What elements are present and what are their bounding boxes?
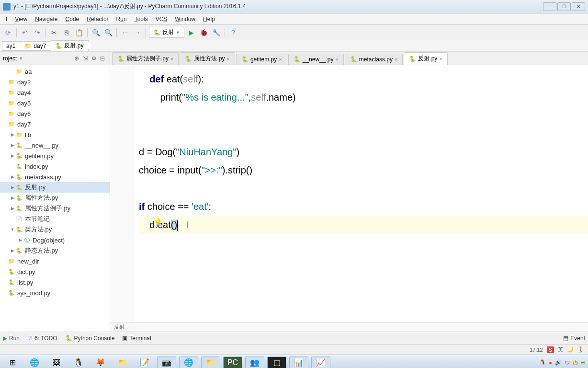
menu-window[interactable]: Window: [171, 15, 199, 23]
folder-icon[interactable]: 📁: [113, 356, 132, 368]
close-icon[interactable]: ×: [170, 56, 173, 62]
tree-item[interactable]: 📁day5: [0, 98, 110, 108]
project-tree[interactable]: 📁aa📁day2📁day4📁day5📁day6📁day7▶📁lib▶🐍__new…: [0, 65, 110, 299]
menu-navigate[interactable]: Navigate: [31, 15, 61, 23]
tool-terminal[interactable]: ▣Terminal: [122, 335, 151, 342]
ime-icon[interactable]: S: [547, 346, 554, 353]
tree-item[interactable]: 📁aa: [0, 66, 110, 77]
firefox-icon[interactable]: 🦊: [91, 356, 110, 368]
explorer-icon[interactable]: 📁: [201, 356, 220, 368]
back-icon[interactable]: ←: [120, 27, 130, 38]
tool-run[interactable]: ▶Run: [3, 335, 20, 342]
menu-view[interactable]: View: [11, 15, 31, 23]
power-icon[interactable]: ⏻: [573, 360, 578, 366]
volume-icon[interactable]: 🔊: [555, 359, 562, 366]
tree-item[interactable]: 📁day2: [0, 77, 110, 87]
tree-item[interactable]: ▼🐍类方法.py: [0, 224, 110, 235]
app2-icon[interactable]: 📊: [289, 356, 308, 368]
menu-vcs[interactable]: VCS: [152, 15, 171, 23]
menu-tools[interactable]: Tools: [131, 15, 152, 23]
pycharm-icon[interactable]: PC: [223, 356, 242, 368]
editor-tab[interactable]: 🐍__new__.py×: [288, 54, 344, 65]
editor-tab[interactable]: 🐍metaclass.py×: [345, 54, 403, 65]
qq-icon[interactable]: 🐧: [69, 356, 88, 368]
copy-icon[interactable]: ⎘: [61, 27, 72, 38]
menu-help[interactable]: Help: [199, 15, 219, 23]
ie-icon[interactable]: 🌐: [25, 356, 44, 368]
tree-item[interactable]: ▶🐍静态方法.py: [0, 245, 110, 256]
tree-item[interactable]: ▶🐍反射.py: [0, 182, 110, 193]
collapse-icon[interactable]: ⇲: [81, 54, 90, 63]
menu-run[interactable]: Run: [113, 15, 131, 23]
tree-item[interactable]: 📄本节笔记: [0, 214, 110, 224]
code-editor[interactable]: def eat(self): print("%s is eating...",s…: [110, 65, 588, 322]
shield-icon[interactable]: 🛡: [565, 360, 570, 366]
redo-icon[interactable]: ↷: [32, 27, 43, 38]
cmd-icon[interactable]: ▢: [267, 356, 286, 368]
intention-bulb-icon[interactable]: 💡: [153, 216, 163, 230]
debug-icon[interactable]: 🐞: [199, 27, 209, 38]
gallery-icon[interactable]: 🖼: [47, 356, 66, 368]
start-icon[interactable]: ⊞: [3, 356, 22, 368]
sticky-icon[interactable]: 📝: [135, 356, 154, 368]
chevron-down-icon[interactable]: ▼: [19, 56, 23, 61]
run-icon[interactable]: ▶: [186, 27, 197, 38]
tree-item[interactable]: ▶🐍属性方法.py: [0, 193, 110, 203]
settings-icon[interactable]: 🔧: [211, 27, 222, 38]
close-icon[interactable]: ×: [335, 57, 338, 62]
tree-item[interactable]: 🐍sys_mod.py: [0, 288, 110, 298]
forward-icon[interactable]: →: [132, 27, 143, 38]
run-config-select[interactable]: 🐍 反射 ▼: [149, 27, 184, 38]
tree-item[interactable]: 🐍dict.py: [0, 266, 110, 277]
add-icon[interactable]: ⊕: [581, 359, 585, 366]
qq-tray-icon[interactable]: 🐧: [539, 359, 546, 366]
sync-icon[interactable]: ⟳: [3, 27, 13, 38]
maximize-button[interactable]: ☐: [557, 2, 571, 11]
undo-icon[interactable]: ↶: [20, 27, 30, 38]
editor-tab[interactable]: 🐍getitem.py×: [236, 54, 287, 65]
paste-icon[interactable]: 📋: [74, 27, 84, 38]
help-icon[interactable]: ?: [228, 27, 238, 38]
tree-item[interactable]: 🐍index.py: [0, 161, 110, 172]
tree-item[interactable]: ▶🐍getitem.py: [0, 150, 110, 161]
app3-icon[interactable]: 📈: [311, 356, 330, 368]
menu-edit[interactable]: t: [2, 15, 11, 23]
tree-item[interactable]: 📁day6: [0, 108, 110, 119]
record-icon[interactable]: ●: [549, 360, 552, 366]
crumb-file[interactable]: 🐍反射.py: [51, 40, 89, 51]
tree-item[interactable]: 📁day4: [0, 87, 110, 98]
tool-event-log[interactable]: ▤Event: [563, 335, 585, 342]
chrome-icon[interactable]: 🌐: [179, 356, 198, 368]
hide-icon[interactable]: ⊟: [98, 54, 107, 63]
tree-item[interactable]: ▶📁lib: [0, 129, 110, 140]
tree-item[interactable]: 🐍list.py: [0, 277, 110, 288]
tool-python-console[interactable]: 🐍Python Console: [65, 335, 115, 342]
app1-icon[interactable]: 📷: [157, 356, 176, 368]
editor-tab[interactable]: 🐍属性方法.py×: [180, 52, 235, 65]
menu-code[interactable]: Code: [62, 15, 83, 23]
tree-item[interactable]: ▶ⒸDog(object): [0, 235, 110, 245]
close-icon[interactable]: ×: [395, 57, 397, 62]
close-button[interactable]: ✕: [572, 2, 585, 11]
cut-icon[interactable]: ✂: [49, 27, 59, 38]
minimize-button[interactable]: —: [543, 2, 556, 11]
editor-tab[interactable]: 🐍属性方法例子.py×: [112, 52, 179, 65]
tree-item[interactable]: 📁new_dir: [0, 256, 110, 266]
gear-icon[interactable]: ⚙: [90, 54, 98, 63]
close-icon[interactable]: ×: [439, 56, 442, 62]
tree-item[interactable]: 📁day7: [0, 119, 110, 129]
close-icon[interactable]: ×: [279, 57, 282, 62]
locate-icon[interactable]: ⊕: [72, 54, 81, 63]
people-icon[interactable]: 👥: [245, 356, 264, 368]
replace-icon[interactable]: 🔍: [103, 27, 113, 38]
crumb-project[interactable]: ay1: [2, 41, 21, 51]
menu-refactor[interactable]: Refactor: [83, 15, 112, 23]
close-icon[interactable]: ×: [226, 56, 229, 62]
editor-tab[interactable]: 🐍反射.py×: [404, 52, 447, 65]
tree-item[interactable]: ▶🐍__new__.py: [0, 140, 110, 150]
tree-item[interactable]: ▶🐍metaclass.py: [0, 172, 110, 182]
find-icon[interactable]: 🔍: [90, 27, 101, 38]
tool-todo[interactable]: ☑6: TODO: [27, 335, 57, 342]
tree-item[interactable]: ▶🐍属性方法例子.py: [0, 203, 110, 214]
crumb-folder[interactable]: 📁day7: [20, 41, 51, 51]
